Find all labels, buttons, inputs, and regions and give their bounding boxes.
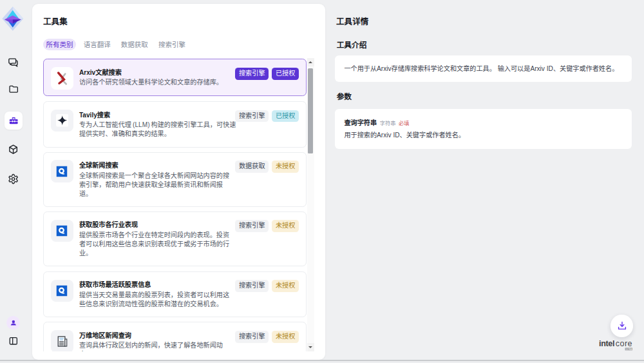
- svg-text:ULTRA: ULTRA: [626, 348, 633, 351]
- svg-text:core: core: [616, 339, 632, 348]
- svg-text:intel: intel: [599, 339, 614, 348]
